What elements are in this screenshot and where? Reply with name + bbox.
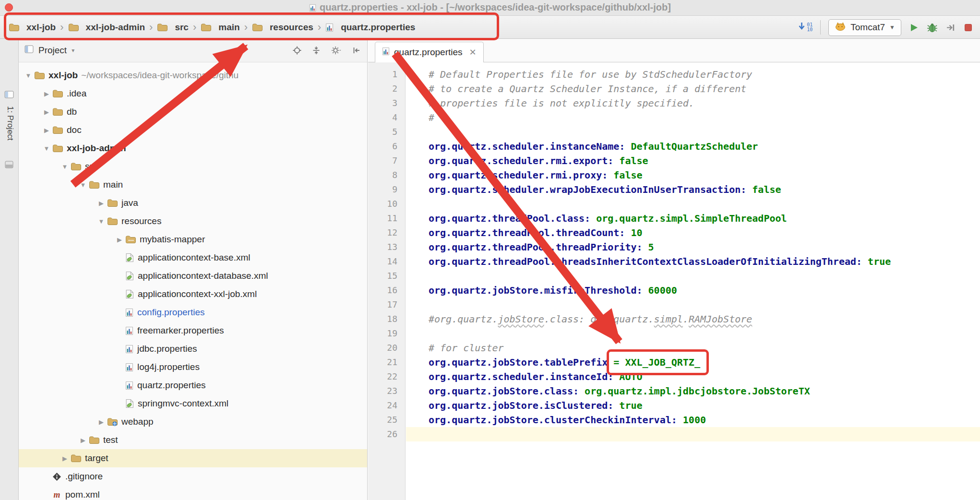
tab-quartz-properties[interactable]: quartz.properties ✕ [375, 42, 484, 62]
code-line-4[interactable]: # [406, 110, 980, 125]
collapse-all-icon[interactable] [311, 46, 321, 55]
code-token: org.quartz.impl.jdbcjobstore.JobStoreTX [579, 385, 810, 397]
expanded-arrow-icon[interactable]: ▼ [59, 163, 71, 170]
view-switcher-icon[interactable]: ▾ [72, 47, 74, 54]
tree-item-log4j.properties[interactable]: log4j.properties [19, 358, 367, 376]
tree-item-src[interactable]: ▼src [19, 157, 367, 176]
code-line-12[interactable]: org.quartz.threadPool.threadCount: 10 [406, 226, 980, 240]
project-panel: Project ▾ ▼xxl-job ~/workspaces/idea-git… [19, 39, 368, 500]
tree-item-jdbc.properties[interactable]: jdbc.properties [19, 340, 367, 358]
breadcrumb-item-main[interactable]: main [201, 22, 239, 33]
tree-item-pom.xml[interactable]: mpom.xml [19, 486, 367, 500]
project-stripe-button[interactable]: 1: Project [5, 106, 15, 141]
properties-file-icon [125, 381, 133, 390]
code-line-5[interactable] [406, 125, 980, 139]
tool-window-icon[interactable] [4, 160, 14, 171]
run-configuration-select[interactable]: Tomcat7 ▼ [828, 19, 901, 36]
vcs-badge-bottom: 10 [807, 27, 813, 32]
collapsed-arrow-icon[interactable]: ▶ [96, 418, 107, 426]
breadcrumb-item-quartz.properties[interactable]: quartz.properties [325, 22, 415, 33]
collapsed-arrow-icon[interactable]: ▶ [114, 236, 125, 243]
code-line-10[interactable] [406, 197, 980, 211]
stop-button[interactable] [963, 23, 973, 33]
run-configuration-label: Tomcat7 [850, 22, 885, 33]
code-line-3[interactable]: # properties file is not explicitly spec… [406, 96, 980, 110]
code-line-11[interactable]: org.quartz.threadPool.class: org.quartz.… [406, 211, 980, 226]
code-line-14[interactable]: org.quartz.threadPool.threadsInheritCont… [406, 254, 980, 269]
folder-icon [34, 71, 45, 80]
code-line-8[interactable]: org.quartz.scheduler.rmi.proxy: false [406, 168, 980, 182]
code-line-15[interactable] [406, 269, 980, 283]
tree-item-applicationcontext-base.xml[interactable]: applicationcontext-base.xml [19, 249, 367, 267]
line-number: 24 [368, 398, 405, 413]
tree-item-.gitignore[interactable]: .gitignore [19, 467, 367, 486]
code-line-24[interactable]: org.quartz.jobStore.isClustered: true [406, 398, 980, 413]
vcs-update-button[interactable]: 01 10 [798, 22, 813, 33]
code-line-19[interactable] [406, 326, 980, 341]
code-line-6[interactable]: org.quartz.scheduler.instanceName: Defau… [406, 139, 980, 154]
tree-item-xxl-job-admin[interactable]: ▼xxl-job-admin [19, 139, 367, 157]
tree-item-applicationcontext-database.xml[interactable]: applicationcontext-database.xml [19, 267, 367, 285]
collapsed-arrow-icon[interactable]: ▶ [41, 90, 52, 97]
code-line-13[interactable]: org.quartz.threadPool.threadPriority: 5 [406, 240, 980, 254]
debug-button[interactable] [927, 23, 938, 33]
tree-item-test[interactable]: ▶test [19, 431, 367, 449]
code-area[interactable]: # Default Properties file for use by Std… [406, 62, 980, 500]
tree-item-config.properties[interactable]: config.properties [19, 303, 367, 321]
hide-panel-icon[interactable] [352, 46, 361, 55]
tree-item-xxl-job[interactable]: ▼xxl-job ~/workspaces/idea-git-workspace… [19, 66, 367, 84]
breadcrumb-item-resources[interactable]: resources [252, 22, 313, 33]
code-line-21[interactable]: org.quartz.jobStore.tablePrefix = XXL_JO… [406, 355, 980, 369]
code-line-2[interactable]: # to create a Quartz Scheduler Instance,… [406, 82, 980, 96]
code-line-17[interactable] [406, 298, 980, 312]
tree-item-java[interactable]: ▶java [19, 194, 367, 212]
code-line-18[interactable]: #org.quartz.jobStore.class: org.quartz.s… [406, 312, 980, 326]
code-line-1[interactable]: # Default Properties file for use by Std… [406, 67, 980, 82]
tree-item-freemarker.properties[interactable]: freemarker.properties [19, 321, 367, 340]
tree-item-target[interactable]: ▶target [19, 449, 367, 467]
code-line-26[interactable] [406, 427, 980, 441]
expanded-arrow-icon[interactable]: ▼ [96, 218, 107, 225]
breadcrumb-item-src[interactable]: src [157, 22, 189, 33]
code-line-9[interactable]: org.quartz.scheduler.wrapJobExecutionInU… [406, 182, 980, 197]
expanded-arrow-icon[interactable]: ▼ [77, 181, 89, 189]
collapsed-arrow-icon[interactable]: ▶ [77, 437, 89, 444]
code-token: org.quartz.scheduler.instanceName: [429, 141, 625, 152]
collapsed-arrow-icon[interactable]: ▶ [96, 200, 107, 207]
tree-item-resources[interactable]: ▼resources [19, 212, 367, 230]
web-folder-icon [107, 417, 118, 427]
collapsed-arrow-icon[interactable]: ▶ [41, 108, 52, 116]
line-number: 12 [368, 226, 405, 240]
code-line-23[interactable]: org.quartz.jobStore.class: org.quartz.im… [406, 384, 980, 398]
line-number: 3 [368, 96, 405, 110]
code-line-16[interactable]: org.quartz.jobStore.misfireThreshold: 60… [406, 283, 980, 298]
tree-item-db[interactable]: ▶db [19, 103, 367, 121]
collapsed-arrow-icon[interactable]: ▶ [41, 127, 52, 134]
expanded-arrow-icon[interactable]: ▼ [23, 72, 34, 79]
tree-item-.idea[interactable]: ▶.idea [19, 84, 367, 103]
code-token: # to create a Quartz Scheduler Instance,… [429, 83, 746, 95]
folder-icon [107, 199, 118, 207]
code-line-25[interactable]: org.quartz.jobStore.clusterCheckinInterv… [406, 413, 980, 427]
tree-item-main[interactable]: ▼main [19, 176, 367, 194]
gear-icon[interactable] [331, 46, 342, 55]
run-with-coverage-button[interactable] [945, 23, 956, 33]
tree-item-applicationcontext-xxl-job.xml[interactable]: applicationcontext-xxl-job.xml [19, 285, 367, 303]
tree-item-quartz.properties[interactable]: quartz.properties [19, 376, 367, 394]
breadcrumb-item-xxl-job-admin[interactable]: xxl-job-admin [68, 22, 145, 33]
code-line-7[interactable]: org.quartz.scheduler.rmi.export: false [406, 154, 980, 168]
editor-gutter[interactable]: 1234567891011121314151617181920212223242… [368, 62, 406, 500]
expanded-arrow-icon[interactable]: ▼ [41, 145, 52, 152]
project-view-icon [24, 45, 34, 56]
tree-item-mybatis-mapper[interactable]: ▶mybatis-mapper [19, 230, 367, 249]
run-button[interactable] [909, 23, 919, 33]
breadcrumb-item-xxl-job[interactable]: xxl-job [9, 22, 56, 33]
tree-item-springmvc-context.xml[interactable]: springmvc-context.xml [19, 394, 367, 413]
tree-item-webapp[interactable]: ▶webapp [19, 413, 367, 431]
collapsed-arrow-icon[interactable]: ▶ [59, 455, 71, 462]
locate-file-icon[interactable] [292, 46, 302, 55]
tree-item-doc[interactable]: ▶doc [19, 121, 367, 139]
project-tool-window-icon[interactable] [4, 90, 14, 101]
close-tab-icon[interactable]: ✕ [469, 47, 477, 58]
chevron-down-icon: ▼ [889, 24, 895, 31]
